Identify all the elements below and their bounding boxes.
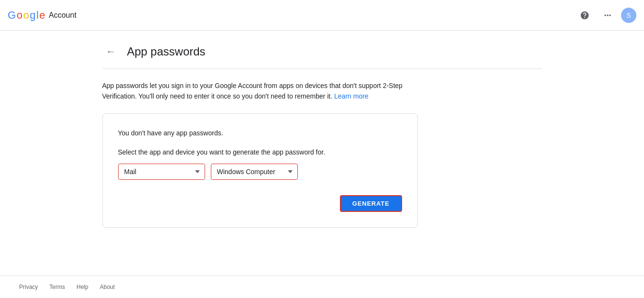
footer: Privacy Terms Help About: [0, 276, 644, 298]
logo-letter-g: G: [8, 9, 16, 22]
footer-help-link[interactable]: Help: [76, 284, 88, 290]
logo-letter-l: l: [36, 9, 38, 22]
device-dropdown[interactable]: Windows Computer Mac iPhone iPad BlackBe…: [211, 164, 298, 180]
generate-row: GENERATE: [118, 195, 402, 212]
help-icon: [580, 11, 589, 20]
avatar[interactable]: S: [621, 8, 636, 23]
page-header: ← App passwords: [102, 42, 542, 69]
app-dropdown[interactable]: Mail Calendar Contacts YouTube Other (Cu…: [118, 164, 205, 180]
page-title: App passwords: [127, 45, 206, 58]
main-content: ← App passwords App passwords let you si…: [83, 31, 561, 276]
header: Google Account S: [0, 0, 644, 31]
header-right: S: [575, 6, 636, 25]
header-account-label: Account: [49, 11, 76, 20]
no-passwords-text: You don't have any app passwords.: [118, 129, 402, 137]
back-arrow-icon: ←: [106, 46, 116, 57]
description-text: App passwords let you sign in to your Go…: [102, 80, 418, 102]
apps-button[interactable]: [598, 6, 617, 25]
footer-terms-link[interactable]: Terms: [49, 284, 65, 290]
logo-letter-e: e: [39, 9, 45, 22]
footer-privacy-link[interactable]: Privacy: [19, 284, 38, 290]
logo-letter-o2: o: [23, 9, 29, 22]
app-passwords-card: You don't have any app passwords. Select…: [102, 113, 418, 228]
header-left: Google Account: [8, 9, 76, 22]
google-logo: Google: [8, 9, 45, 22]
logo-letter-g2: g: [30, 9, 35, 22]
select-label: Select the app and device you want to ge…: [118, 148, 402, 156]
back-button[interactable]: ←: [102, 42, 120, 61]
apps-icon: [603, 11, 612, 20]
learn-more-link[interactable]: Learn more: [334, 92, 369, 100]
help-button[interactable]: [575, 6, 594, 25]
footer-about-link[interactable]: About: [100, 284, 115, 290]
logo-letter-o1: o: [17, 9, 22, 22]
dropdowns-row: Mail Calendar Contacts YouTube Other (Cu…: [118, 164, 402, 180]
generate-button[interactable]: GENERATE: [340, 195, 402, 212]
